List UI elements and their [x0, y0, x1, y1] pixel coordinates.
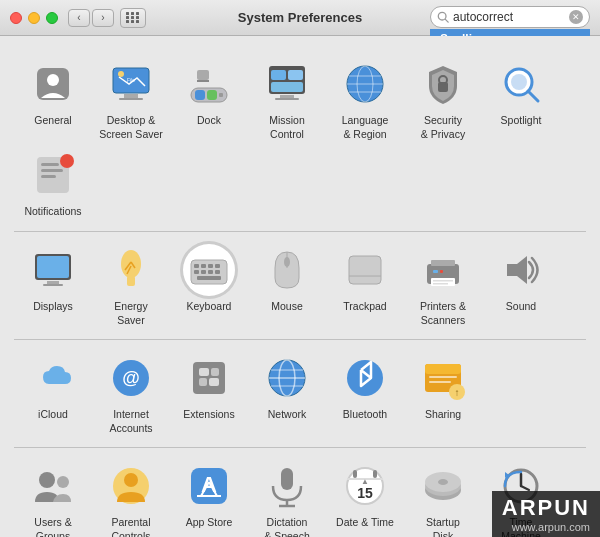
svg-point-8: [118, 71, 124, 77]
svg-rect-64: [440, 270, 443, 273]
svg-rect-48: [201, 264, 206, 268]
icon-wrapper-network: [261, 352, 313, 404]
pref-item-printers[interactable]: Printers &Scanners: [404, 240, 482, 331]
svg-rect-82: [425, 364, 461, 374]
pref-item-notifications[interactable]: Notifications: [14, 145, 92, 223]
search-input[interactable]: autocorrect: [453, 10, 569, 24]
svg-rect-17: [271, 70, 286, 80]
svg-text:↑: ↑: [455, 387, 460, 398]
pref-item-datetime[interactable]: 15 ▲ Date & Time: [326, 456, 404, 537]
grid-view-button[interactable]: [120, 8, 146, 28]
icon-wrapper-trackpad: [339, 244, 391, 296]
pref-item-sound[interactable]: Sound: [482, 240, 560, 331]
pref-item-dock[interactable]: Dock: [170, 54, 248, 145]
svg-rect-61: [431, 260, 455, 266]
pref-label-datetime: Date & Time: [336, 516, 394, 530]
pref-label-energy: EnergySaver: [114, 300, 147, 327]
pref-item-mouse[interactable]: Mouse: [248, 240, 326, 331]
icon-wrapper-printers: [417, 244, 469, 296]
svg-rect-53: [208, 270, 213, 274]
pref-label-displays: Displays: [33, 300, 73, 314]
svg-rect-83: [429, 376, 457, 378]
svg-point-31: [511, 74, 527, 90]
pref-label-spotlight: Spotlight: [501, 114, 542, 128]
minimize-button[interactable]: [28, 12, 40, 24]
icon-wrapper-mission: [261, 58, 313, 110]
svg-rect-20: [280, 95, 294, 98]
pref-item-displays[interactable]: Displays: [14, 240, 92, 331]
svg-rect-49: [208, 264, 213, 268]
pref-item-spotlight[interactable]: Spotlight: [482, 54, 560, 145]
pref-item-users[interactable]: Users &Groups: [14, 456, 92, 537]
icon-wrapper-spotlight: [495, 58, 547, 110]
svg-rect-65: [433, 280, 453, 282]
svg-rect-40: [43, 284, 63, 286]
pref-item-icloud[interactable]: iCloud: [14, 348, 92, 439]
search-box[interactable]: autocorrect ✕: [430, 6, 590, 28]
forward-button[interactable]: ›: [92, 9, 114, 27]
pref-label-users: Users &Groups: [34, 516, 71, 537]
icon-wrapper-internet: @: [105, 352, 157, 404]
svg-rect-38: [37, 256, 69, 278]
pref-item-desktop[interactable]: File Desktop &Screen Saver: [92, 54, 170, 145]
svg-rect-58: [349, 256, 381, 284]
svg-rect-12: [207, 90, 217, 100]
svg-text:15: 15: [357, 485, 373, 501]
close-button[interactable]: [10, 12, 22, 24]
icon-wrapper-keyboard: [183, 244, 235, 296]
search-clear-button[interactable]: ✕: [569, 10, 583, 24]
svg-rect-39: [47, 281, 59, 284]
svg-text:▲: ▲: [361, 477, 369, 486]
pref-item-security[interactable]: Security& Privacy: [404, 54, 482, 145]
svg-point-88: [57, 476, 69, 488]
svg-rect-54: [215, 270, 220, 274]
pref-item-startup[interactable]: StartupDisk: [404, 456, 482, 537]
pref-item-bluetooth[interactable]: Bluetooth: [326, 348, 404, 439]
nav-buttons: ‹ ›: [68, 9, 114, 27]
icon-wrapper-general: [27, 58, 79, 110]
svg-rect-74: [209, 378, 219, 386]
pref-label-sharing: Sharing: [425, 408, 461, 422]
svg-rect-7: [119, 98, 143, 100]
pref-label-internet: InternetAccounts: [109, 408, 152, 435]
pref-label-keyboard: Keyboard: [187, 300, 232, 314]
main-content: General File Desktop &Screen Saver: [0, 36, 600, 537]
svg-point-87: [39, 472, 55, 488]
icon-wrapper-desktop: File: [105, 58, 157, 110]
title-bar: ‹ › System Preferences autocorrect ✕ Spe…: [0, 0, 600, 36]
pref-item-internet[interactable]: @ InternetAccounts: [92, 348, 170, 439]
pref-item-parental[interactable]: ParentalControls: [92, 456, 170, 537]
pref-item-trackpad[interactable]: Trackpad: [326, 240, 404, 331]
pref-label-dock: Dock: [197, 114, 221, 128]
svg-rect-50: [215, 264, 220, 268]
pref-item-language[interactable]: Language& Region: [326, 54, 404, 145]
svg-rect-21: [275, 98, 299, 100]
svg-point-3: [47, 74, 59, 86]
pref-item-dictation[interactable]: Dictation& Speech: [248, 456, 326, 537]
svg-rect-66: [433, 283, 448, 285]
svg-line-1: [445, 19, 448, 22]
pref-item-sharing[interactable]: ↑ Sharing: [404, 348, 482, 439]
pref-item-general[interactable]: General: [14, 54, 92, 145]
svg-line-30: [528, 91, 538, 101]
section-hardware: Displays EnergySaver: [14, 232, 586, 340]
pref-item-appstore[interactable]: A App Store: [170, 456, 248, 537]
pref-label-parental: ParentalControls: [111, 516, 150, 537]
pref-item-extensions[interactable]: Extensions: [170, 348, 248, 439]
pref-item-network[interactable]: Network: [248, 348, 326, 439]
icon-wrapper-appstore: A: [183, 460, 235, 512]
pref-item-keyboard[interactable]: Keyboard: [170, 240, 248, 331]
svg-rect-73: [199, 378, 207, 386]
search-icon: [437, 11, 449, 23]
svg-rect-6: [124, 94, 138, 98]
svg-point-33: [60, 154, 74, 168]
pref-item-energy[interactable]: EnergySaver: [92, 240, 170, 331]
back-button[interactable]: ‹: [68, 9, 90, 27]
maximize-button[interactable]: [46, 12, 58, 24]
svg-rect-71: [199, 368, 209, 376]
svg-rect-84: [429, 381, 451, 383]
icon-wrapper-sharing: ↑: [417, 352, 469, 404]
svg-point-41: [121, 250, 141, 278]
svg-marker-67: [507, 256, 527, 284]
pref-item-mission[interactable]: MissionControl: [248, 54, 326, 145]
